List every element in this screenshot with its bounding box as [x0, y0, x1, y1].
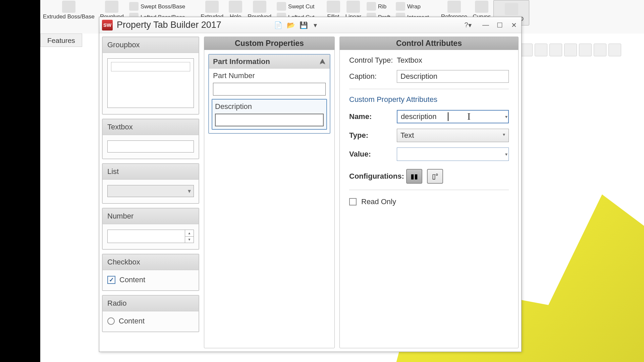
control-attributes-panel: Control Attributes Control Type: Textbox… — [339, 37, 519, 348]
list-preview-icon — [107, 185, 194, 197]
custom-properties-header: Custom Properties — [204, 37, 334, 50]
ribbon-swept-boss[interactable]: Swept Boss/Base — [126, 1, 188, 12]
text-cursor-icon: I — [467, 111, 471, 122]
tab-features[interactable]: Features — [40, 34, 82, 47]
field-part-number[interactable]: Part Number — [209, 69, 330, 97]
checkbox-preview-icon: ✓ — [107, 276, 115, 284]
dialog-titlebar[interactable]: SW Property Tab Builder 2017 📄 📂 💾 ▾ ?▾ … — [99, 17, 521, 33]
video-letterbox — [0, 0, 40, 362]
custom-property-attributes-header: Custom Property Attributes — [349, 95, 509, 104]
readonly-label: Read Only — [361, 197, 396, 206]
save-button-icon[interactable]: 💾 — [298, 20, 309, 30]
palette-groupbox-header: Groupbox — [103, 37, 199, 53]
palette-textbox[interactable]: Textbox — [102, 119, 199, 159]
value-combobox[interactable] — [397, 147, 509, 161]
palette-number[interactable]: Number ▲▼ — [102, 208, 199, 250]
palette-list[interactable]: List — [102, 163, 199, 204]
configurations-label: Configurations: — [349, 172, 406, 181]
readonly-checkbox[interactable] — [349, 198, 357, 205]
divider — [349, 89, 509, 89]
palette-radio-header: Radio — [103, 296, 199, 311]
control-type-label: Control Type: — [349, 56, 397, 65]
number-preview-icon: ▲▼ — [107, 230, 194, 243]
new-button-icon[interactable]: 📄 — [272, 20, 284, 30]
maximize-button[interactable]: ☐ — [495, 21, 504, 29]
radio-preview-icon — [107, 317, 115, 325]
field-input[interactable] — [215, 114, 324, 126]
type-label: Type: — [349, 131, 397, 140]
field-description[interactable]: Description — [212, 99, 327, 130]
textbox-preview-icon — [107, 140, 194, 153]
palette-number-header: Number — [103, 208, 199, 224]
group-part-information[interactable]: Part Information ⮝ Part Number Descripti… — [208, 54, 330, 134]
field-label: Description — [215, 102, 324, 111]
config-all-button[interactable]: ▮▮ — [406, 169, 422, 184]
field-input[interactable] — [213, 83, 326, 96]
control-attributes-header: Control Attributes — [340, 37, 518, 50]
palette-checkbox-header: Checkbox — [103, 254, 199, 270]
view-tool-icon[interactable] — [549, 44, 562, 56]
feature-tabs: Features — [40, 34, 82, 47]
caption-label: Caption: — [349, 72, 397, 81]
view-tool-icon[interactable] — [535, 44, 547, 56]
open-button-icon[interactable]: 📂 — [285, 20, 297, 30]
ribbon-extruded-boss[interactable]: Extruded Boss/Base — [40, 0, 97, 21]
view-tool-icon[interactable] — [564, 44, 577, 56]
value-label: Value: — [349, 150, 397, 159]
divider — [349, 190, 509, 190]
palette-textbox-header: Textbox — [103, 119, 199, 135]
viewport-toolbar — [520, 44, 621, 56]
view-tool-icon[interactable] — [608, 44, 621, 56]
dialog-title: Property Tab Builder 2017 — [117, 20, 221, 30]
name-combobox[interactable] — [397, 110, 509, 123]
name-label: Name: — [349, 112, 397, 121]
control-type-value: Textbox — [397, 56, 422, 65]
radio-preview-label: Content — [119, 317, 145, 325]
palette-checkbox[interactable]: Checkbox ✓Content — [102, 254, 199, 291]
palette-radio[interactable]: Radio Content — [102, 295, 199, 332]
ribbon-rib[interactable]: Rib — [364, 1, 393, 12]
groupbox-preview-icon — [107, 58, 194, 108]
close-button[interactable]: ✕ — [509, 21, 519, 29]
text-caret — [448, 112, 448, 121]
solidworks-icon: SW — [102, 20, 113, 31]
minimize-button[interactable]: — — [481, 21, 490, 29]
collapse-icon[interactable]: ⮝ — [320, 58, 326, 65]
checkbox-preview-label: Content — [119, 276, 145, 284]
custom-properties-panel: Custom Properties Part Information ⮝ Par… — [204, 37, 335, 348]
help-button[interactable]: ?▾ — [462, 20, 474, 30]
property-tab-builder-dialog: SW Property Tab Builder 2017 📄 📂 💾 ▾ ?▾ … — [99, 17, 522, 352]
field-label: Part Number — [213, 71, 326, 80]
palette-list-header: List — [103, 164, 199, 180]
view-tool-icon[interactable] — [579, 44, 592, 56]
view-tool-icon[interactable] — [520, 44, 533, 56]
palette-groupbox[interactable]: Groupbox — [102, 37, 199, 115]
group-header[interactable]: Part Information ⮝ — [209, 55, 330, 69]
config-specific-button[interactable]: ▯° — [427, 169, 443, 184]
control-palette: Groupbox Textbox List Number ▲▼ Checkbox… — [102, 37, 199, 348]
type-select[interactable]: Text — [397, 129, 509, 142]
ribbon-swept-cut[interactable]: Swept Cut — [274, 1, 317, 12]
ribbon-wrap[interactable]: Wrap — [393, 1, 432, 12]
view-tool-icon[interactable] — [594, 44, 606, 56]
save-dropdown-icon[interactable]: ▾ — [311, 20, 320, 30]
group-title: Part Information — [213, 57, 270, 66]
caption-input[interactable] — [397, 70, 509, 83]
